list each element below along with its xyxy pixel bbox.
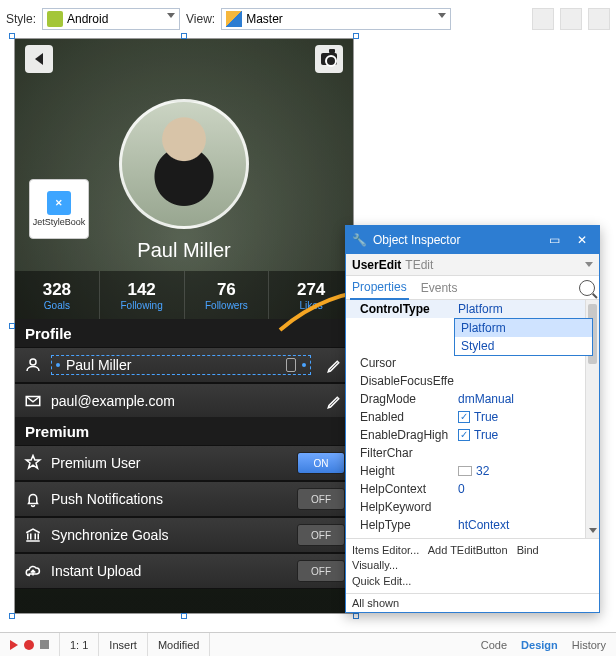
chevron-down-icon <box>438 13 446 18</box>
dimension-icon <box>458 466 472 476</box>
prop-value[interactable]: 32 <box>454 464 599 478</box>
scroll-down[interactable] <box>586 524 599 538</box>
stat-likes[interactable]: 274Likes <box>269 271 353 319</box>
option-styled[interactable]: Styled <box>455 337 592 355</box>
prop-name: FilterChar <box>346 446 454 460</box>
modified-flag: Modified <box>148 633 211 656</box>
stylebook-component[interactable]: ✕ JetStyleBook <box>29 179 89 239</box>
search-icon[interactable] <box>579 280 595 296</box>
back-button[interactable] <box>25 45 53 73</box>
top-toolbar: Style: Android View: Master <box>0 6 616 32</box>
toggle-premium[interactable]: ON <box>297 452 345 474</box>
tab-history[interactable]: History <box>572 639 606 651</box>
tab-properties[interactable]: Properties <box>350 276 409 300</box>
stat-followers[interactable]: 76Followers <box>185 271 270 319</box>
stat-following[interactable]: 142Following <box>100 271 185 319</box>
row-instant: Instant Upload OFF <box>15 553 353 589</box>
section-profile: Profile <box>15 319 353 348</box>
maximize-button[interactable]: ▭ <box>543 229 565 251</box>
prop-enabled[interactable]: Enabled✓True <box>346 408 599 426</box>
toolbar-button-1[interactable] <box>532 8 554 30</box>
status-bar: 1: 1 Insert Modified Code Design History <box>0 632 616 656</box>
toggle-push[interactable]: OFF <box>297 488 345 510</box>
camera-button[interactable] <box>315 45 343 73</box>
toolbar-button-2[interactable] <box>560 8 582 30</box>
option-platform[interactable]: Platform <box>455 319 592 337</box>
property-grid: ControlTypePlatformCursorDisableFocusEff… <box>346 300 599 538</box>
prop-controltype[interactable]: ControlTypePlatform <box>346 300 599 318</box>
toggle-sync[interactable]: OFF <box>297 524 345 546</box>
prop-value[interactable]: 0 <box>454 482 599 496</box>
toggle-instant[interactable]: OFF <box>297 560 345 582</box>
avatar-image <box>119 99 249 229</box>
prop-value[interactable]: htContext <box>454 518 599 532</box>
style-combo[interactable]: Android <box>42 8 180 30</box>
prop-height[interactable]: Height32 <box>346 462 599 480</box>
profile-name-display: Paul Miller <box>15 239 353 262</box>
view-value: Master <box>246 12 283 26</box>
prop-enabledraghighlight[interactable]: EnableDragHigh✓True <box>346 426 599 444</box>
stop-icon[interactable] <box>40 640 49 649</box>
inspector-title: Object Inspector <box>373 233 460 247</box>
object-name: UserEdit <box>352 258 401 272</box>
row-sync: Synchronize Goals OFF <box>15 517 353 553</box>
prop-name: HelpKeyword <box>346 500 454 514</box>
prop-hint[interactable]: Hint <box>346 534 599 538</box>
link-add-teditbutton[interactable]: Add TEditButton <box>428 544 508 556</box>
inspector-tabs: Properties Events <box>346 276 599 300</box>
object-selector[interactable]: UserEdit TEdit <box>346 254 599 276</box>
star-icon <box>15 454 51 472</box>
platform-indicator-icon <box>286 358 296 372</box>
bell-icon <box>15 490 51 508</box>
prop-value[interactable]: dmManual <box>454 392 599 406</box>
prop-cursor[interactable]: Cursor <box>346 354 599 372</box>
link-items-editor[interactable]: Items Editor... <box>352 544 419 556</box>
inspector-links: Items Editor... Add TEditButton Bind Vis… <box>346 538 599 593</box>
prop-filterchar[interactable]: FilterChar <box>346 444 599 462</box>
prop-dragmode[interactable]: DragModedmManual <box>346 390 599 408</box>
prop-helpcontext[interactable]: HelpContext0 <box>346 480 599 498</box>
view-combo[interactable]: Master <box>221 8 451 30</box>
cloud-upload-icon <box>15 562 51 580</box>
inspector-footer: All shown <box>346 593 599 612</box>
prop-name: DragMode <box>346 392 454 406</box>
toolbar-button-3[interactable] <box>588 8 610 30</box>
chevron-down-icon <box>585 262 593 267</box>
close-button[interactable]: ✕ <box>571 229 593 251</box>
tab-events[interactable]: Events <box>419 277 460 299</box>
row-email: paul@example.com <box>15 383 353 419</box>
prop-name: Height <box>346 464 454 478</box>
stylebook-icon: ✕ <box>47 191 71 215</box>
pencil-icon <box>226 11 242 27</box>
prop-name: Hint <box>346 536 454 538</box>
checkbox-icon: ✓ <box>458 411 470 423</box>
tab-code[interactable]: Code <box>481 639 507 651</box>
form-designer[interactable]: ✕ JetStyleBook Paul Miller 328Goals 142F… <box>14 38 354 614</box>
record-icon[interactable] <box>24 640 34 650</box>
link-quick-edit[interactable]: Quick Edit... <box>352 575 411 587</box>
prop-name: HelpContext <box>346 482 454 496</box>
prop-helpkeyword[interactable]: HelpKeyword <box>346 498 599 516</box>
macro-controls <box>0 633 60 656</box>
view-label: View: <box>186 12 215 26</box>
stat-goals[interactable]: 328Goals <box>15 271 100 319</box>
prop-value[interactable]: ✓True <box>454 410 599 424</box>
prop-value[interactable]: ✓True <box>454 428 599 442</box>
inspector-titlebar[interactable]: 🔧 Object Inspector ▭ ✕ <box>346 226 599 254</box>
checkbox-icon: ✓ <box>458 429 470 441</box>
prop-disablefocuseffect[interactable]: DisableFocusEffect <box>346 372 599 390</box>
prop-helptype[interactable]: HelpTypehtContext <box>346 516 599 534</box>
chevron-down-icon <box>167 13 175 18</box>
camera-icon <box>321 53 337 65</box>
stylebook-caption: JetStyleBook <box>33 217 86 227</box>
tab-design[interactable]: Design <box>521 639 558 651</box>
controltype-dropdown: Platform Styled <box>454 318 593 356</box>
stats-bar: 328Goals 142Following 76Followers 274Lik… <box>15 271 353 319</box>
name-edit-selected[interactable]: Paul Miller <box>51 355 311 375</box>
object-class: TEdit <box>405 258 433 272</box>
prop-value[interactable]: Platform <box>454 302 599 316</box>
view-tabs: Code Design History <box>471 639 616 651</box>
play-icon[interactable] <box>10 640 18 650</box>
row-name: Paul Miller <box>15 347 353 383</box>
bank-icon <box>15 526 51 544</box>
